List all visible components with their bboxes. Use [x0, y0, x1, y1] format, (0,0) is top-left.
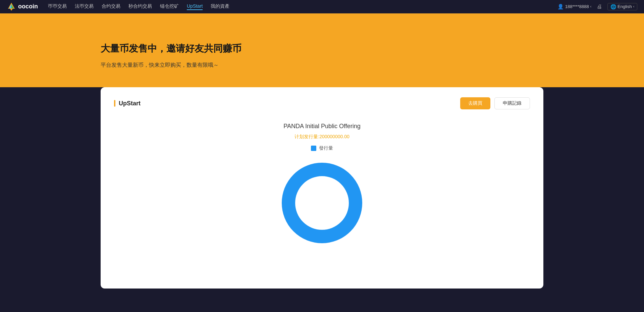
lang-selector[interactable]: 🌐 English ‹: [607, 3, 637, 10]
legend-dot: [311, 146, 316, 151]
nav-upstart[interactable]: UpStart: [187, 3, 203, 10]
nav-fiat-trade[interactable]: 法帀交易: [75, 3, 94, 10]
user-icon: 👤: [557, 4, 564, 10]
chart-title: PANDA Initial Public Offering: [283, 123, 360, 130]
nav-links: 帀帀交易 法帀交易 合约交易 秒合约交易 锚仓挖矿 UpStart 我的資產: [48, 3, 557, 10]
legend-label: 發行量: [319, 145, 333, 151]
record-button[interactable]: 申購記錄: [494, 97, 530, 109]
user-phone: 188****8888: [565, 4, 589, 9]
hero-subtitle: 平台发售大量新币，快来立即购买，数量有限哦～: [101, 62, 543, 69]
donut-chart: [278, 159, 366, 247]
buy-button[interactable]: 去購買: [460, 97, 490, 109]
language-label: English: [618, 4, 632, 9]
donut-svg: [278, 159, 366, 247]
nav-second-contract[interactable]: 秒合约交易: [128, 3, 152, 10]
logo-icon: [7, 2, 16, 11]
navbar: oocoin 帀帀交易 法帀交易 合约交易 秒合约交易 锚仓挖矿 UpStart…: [0, 0, 644, 13]
hero-title: 大量币发售中，邀请好友共同赚币: [101, 42, 543, 55]
logo[interactable]: oocoin: [7, 2, 38, 11]
nav-contract-trade[interactable]: 合约交易: [102, 3, 120, 10]
hero-banner: 大量币发售中，邀请好友共同赚币 平台发售大量新币，快来立即购买，数量有限哦～: [0, 13, 644, 97]
nav-coin-trade[interactable]: 帀帀交易: [48, 3, 67, 10]
main-content: UpStart 去購買 申購記錄 PANDA Initial Public Of…: [0, 87, 644, 309]
chart-section: PANDA Initial Public Offering 计划发行量:2000…: [114, 119, 530, 247]
nav-my-assets[interactable]: 我的資產: [211, 3, 229, 10]
card-title-bar: [114, 100, 115, 107]
logo-text: oocoin: [18, 3, 38, 10]
navbar-right: 👤 188****8888 ‹ 🖨 🌐 English ‹: [557, 3, 637, 10]
globe-icon: 🌐: [610, 4, 616, 9]
card-actions: 去購買 申購記錄: [460, 97, 530, 109]
lang-chevron-icon: ‹: [633, 5, 634, 8]
card-title: UpStart: [119, 100, 141, 107]
card-title-area: UpStart: [114, 100, 141, 107]
svg-point-3: [288, 169, 356, 237]
chart-legend: 發行量: [311, 145, 333, 151]
user-info[interactable]: 👤 188****8888 ‹: [557, 4, 591, 10]
upstart-card: UpStart 去購買 申購記錄 PANDA Initial Public Of…: [101, 87, 543, 289]
card-header: UpStart 去購買 申購記錄: [114, 97, 530, 109]
planned-issuance: 计划发行量:200000000.00: [294, 134, 349, 140]
printer-icon[interactable]: 🖨: [597, 4, 602, 10]
user-chevron-icon: ‹: [590, 5, 591, 8]
nav-mining[interactable]: 锚仓挖矿: [160, 3, 179, 10]
